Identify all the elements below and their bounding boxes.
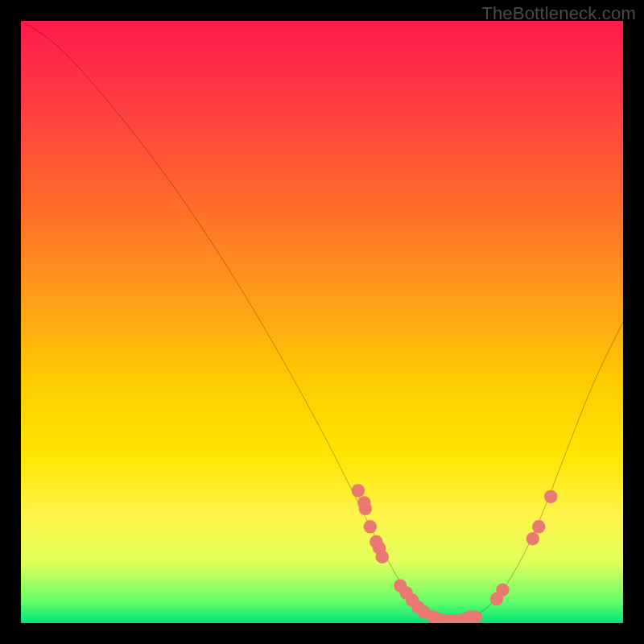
- data-dot: [352, 484, 365, 497]
- data-dot: [373, 541, 386, 554]
- data-dot: [418, 605, 431, 618]
- data-dot: [427, 610, 440, 623]
- data-dot: [364, 520, 377, 533]
- data-dot: [359, 502, 372, 515]
- data-dot: [369, 535, 382, 548]
- data-dot: [399, 586, 412, 599]
- plot-area: [21, 21, 623, 623]
- bottleneck-curve: [21, 21, 623, 620]
- data-dot: [406, 593, 419, 606]
- data-dot: [544, 490, 557, 503]
- data-dot: [433, 613, 446, 623]
- data-dot: [445, 615, 458, 623]
- data-dot: [457, 613, 470, 623]
- data-dot: [376, 550, 389, 563]
- chart-svg: [21, 21, 623, 623]
- data-dots: [352, 484, 558, 623]
- data-dot: [532, 520, 545, 533]
- watermark-text: TheBottleneck.com: [481, 3, 636, 24]
- data-dot: [394, 579, 407, 592]
- data-dot: [411, 601, 424, 613]
- chart-frame: TheBottleneck.com: [0, 0, 644, 644]
- data-dot: [439, 614, 452, 623]
- data-dot: [451, 614, 464, 623]
- data-dot: [526, 532, 539, 545]
- data-dot: [469, 610, 482, 623]
- data-dot: [357, 496, 370, 509]
- data-dot: [490, 592, 503, 605]
- data-dot: [496, 584, 509, 597]
- data-dot: [463, 610, 476, 623]
